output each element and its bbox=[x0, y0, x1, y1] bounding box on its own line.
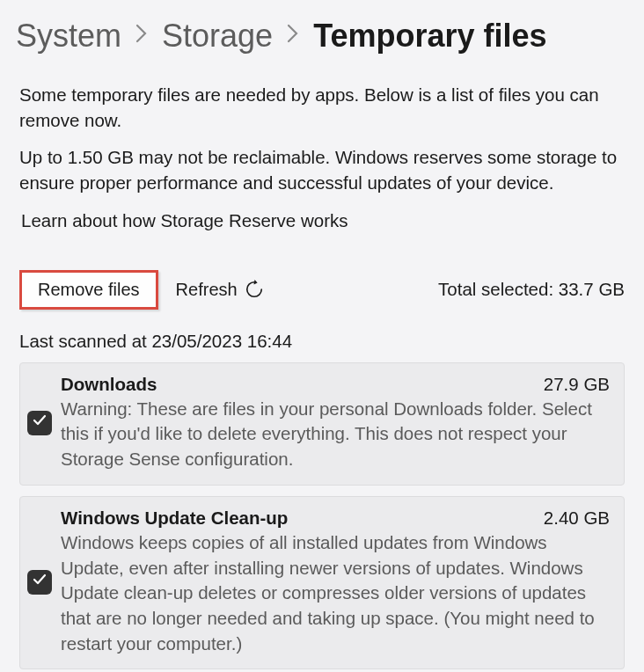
item-title: Downloads bbox=[61, 374, 157, 395]
breadcrumb-current: Temporary files bbox=[313, 18, 546, 55]
description-text-2: Up to 1.50 GB may not be reclaimable. Wi… bbox=[19, 145, 618, 195]
description-text: Some temporary files are needed by apps.… bbox=[19, 83, 618, 133]
last-scanned: Last scanned at 23/05/2023 16:44 bbox=[19, 331, 625, 352]
refresh-icon bbox=[245, 280, 264, 299]
refresh-button[interactable]: Refresh bbox=[176, 280, 264, 300]
checkmark-icon bbox=[33, 573, 47, 591]
action-row: Remove files Refresh Total selected: 33.… bbox=[19, 270, 625, 310]
item-content: Downloads 27.9 GB Warning: These are fil… bbox=[61, 374, 610, 472]
file-item-windows-update[interactable]: Windows Update Clean-up 2.40 GB Windows … bbox=[19, 496, 625, 669]
checkbox[interactable] bbox=[27, 411, 52, 435]
checkbox[interactable] bbox=[27, 570, 52, 595]
file-item-list: Downloads 27.9 GB Warning: These are fil… bbox=[19, 362, 625, 670]
breadcrumb-storage[interactable]: Storage bbox=[162, 18, 273, 55]
checkmark-icon bbox=[33, 413, 47, 432]
total-selected: Total selected: 33.7 GB bbox=[438, 279, 625, 300]
chevron-right-icon bbox=[135, 24, 148, 48]
item-content: Windows Update Clean-up 2.40 GB Windows … bbox=[61, 508, 610, 656]
breadcrumb: System Storage Temporary files bbox=[0, 0, 644, 65]
item-size: 27.9 GB bbox=[544, 374, 610, 395]
chevron-right-icon bbox=[287, 24, 299, 48]
item-description: Warning: These are files in your persona… bbox=[61, 397, 610, 472]
refresh-label: Refresh bbox=[176, 280, 238, 300]
file-item-downloads[interactable]: Downloads 27.9 GB Warning: These are fil… bbox=[19, 362, 625, 486]
item-size: 2.40 GB bbox=[544, 508, 610, 529]
breadcrumb-system[interactable]: System bbox=[16, 18, 121, 55]
item-title: Windows Update Clean-up bbox=[61, 508, 288, 529]
remove-files-button[interactable]: Remove files bbox=[19, 270, 158, 310]
learn-link[interactable]: Learn about how Storage Reserve works bbox=[21, 210, 348, 231]
item-description: Windows keeps copies of all installed up… bbox=[61, 530, 610, 656]
